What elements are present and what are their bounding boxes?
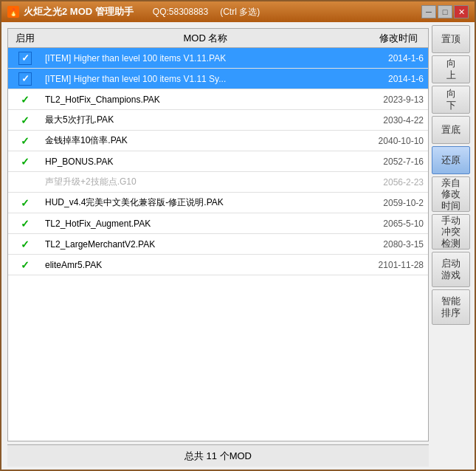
table-row[interactable]: ✓金钱掉率10倍率.PAK2040-10-10 [8, 131, 428, 151]
sidebar-button-2[interactable]: 向 下 [432, 86, 470, 114]
mod-time: 2056-2-23 [369, 177, 428, 188]
checkmark-icon: ✓ [21, 156, 30, 168]
window-controls: ─ □ ✕ [421, 5, 469, 18]
sidebar: 置顶向 上向 下置底还原亲自 修改 时间手动 冲突 检测启动 游戏智能 排序 [432, 22, 475, 470]
checkmark-icon: ✓ [21, 114, 30, 126]
ctrl-hint: (Ctrl 多选) [220, 6, 260, 18]
sidebar-button-3[interactable]: 置底 [432, 116, 470, 144]
col-time-header: 修改时间 [369, 32, 428, 45]
app-icon: 🔥 [7, 6, 19, 18]
mod-name: HP_BONUS.PAK [42, 157, 369, 167]
sidebar-button-0[interactable]: 置顶 [432, 25, 470, 53]
check-cell[interactable]: ✓ [8, 238, 42, 250]
col-enable-header: 启用 [8, 32, 42, 45]
sidebar-button-7[interactable]: 启动 游戏 [432, 252, 470, 287]
close-button[interactable]: ✕ [454, 5, 469, 18]
mod-name: 最大5次打孔.PAK [42, 114, 369, 126]
check-cell[interactable]: ✓ [8, 114, 42, 126]
col-name-header: MOD 名称 [42, 32, 369, 45]
footer: 总共 11 个MOD [7, 444, 429, 467]
maximize-button[interactable]: □ [438, 5, 452, 18]
table-row[interactable]: ✓TL2_LargeMerchantV2.PAK2080-3-15 [8, 234, 428, 255]
table-row[interactable]: ✓eliteAmr5.PAK2101-11-28 [8, 255, 428, 275]
table-row[interactable]: ✓HUD_v4.4完美中文美化兼容版-修正说明.PAK2059-10-2 [8, 193, 428, 213]
checkmark-icon: ✓ [21, 238, 30, 250]
checkmark-icon: ✓ [21, 135, 30, 147]
mod-name: TL2_HotFix_Champions.PAK [42, 94, 369, 105]
checkmark-icon: ✓ [21, 197, 30, 209]
list-body[interactable]: ✓[ITEM] Higher than level 100 items V1.1… [8, 48, 428, 441]
mod-name: 声望升级+2技能点.G10 [42, 176, 369, 188]
mod-name: 金钱掉率10倍率.PAK [42, 134, 369, 147]
qq-label: QQ:58308883 [153, 7, 208, 17]
table-row[interactable]: ✓[ITEM] Higher than level 100 items V1.1… [8, 48, 428, 69]
checkbox-checked[interactable]: ✓ [18, 72, 32, 86]
mod-name: [ITEM] Higher than level 100 items V1.11… [42, 74, 369, 84]
main-window: 🔥 火炬之光2 MOD 管理助手 QQ:58308883 (Ctrl 多选) ─… [0, 0, 476, 471]
checkbox-checked[interactable]: ✓ [18, 52, 32, 65]
table-row[interactable]: ✓TL2_HotFix_Champions.PAK2023-9-13 [8, 89, 428, 110]
mod-time: 2052-7-16 [369, 157, 428, 167]
checkmark-icon: ✓ [21, 259, 30, 271]
mod-time: 2059-10-2 [369, 198, 428, 208]
table-row[interactable]: ✓最大5次打孔.PAK2030-4-22 [8, 110, 428, 131]
mod-name: TL2_HotFix_Augment.PAK [42, 219, 369, 229]
mod-list: 启用 MOD 名称 修改时间 ✓[ITEM] Higher than level… [7, 28, 429, 441]
mod-time: 2101-11-28 [369, 260, 428, 270]
check-cell[interactable]: ✓ [8, 259, 42, 271]
check-cell[interactable]: ✓ [8, 218, 42, 230]
mod-time: 2030-4-22 [369, 115, 428, 126]
mod-time: 2065-5-10 [369, 219, 428, 229]
mod-name: TL2_LargeMerchantV2.PAK [42, 239, 369, 250]
table-row[interactable]: ✓[ITEM] Higher than level 100 items V1.1… [8, 69, 428, 89]
sidebar-button-4[interactable]: 还原 [432, 146, 470, 174]
table-row[interactable]: 声望升级+2技能点.G102056-2-23 [8, 172, 428, 193]
table-row[interactable]: ✓HP_BONUS.PAK2052-7-16 [8, 151, 428, 172]
title-bar-left: 🔥 火炬之光2 MOD 管理助手 QQ:58308883 (Ctrl 多选) [7, 5, 260, 18]
mod-time: 2014-1-6 [369, 53, 428, 63]
check-cell[interactable]: ✓ [8, 72, 42, 86]
check-cell[interactable]: ✓ [8, 52, 42, 65]
check-cell[interactable]: ✓ [8, 197, 42, 209]
mod-time: 2080-3-15 [369, 239, 428, 250]
list-header: 启用 MOD 名称 修改时间 [8, 29, 428, 48]
mod-name: HUD_v4.4完美中文美化兼容版-修正说明.PAK [42, 196, 369, 209]
app-title: 火炬之光2 MOD 管理助手 [24, 5, 134, 18]
main-content: 启用 MOD 名称 修改时间 ✓[ITEM] Higher than level… [1, 22, 475, 470]
mod-time: 2023-9-13 [369, 94, 428, 105]
mod-time: 2040-10-10 [369, 136, 428, 146]
sidebar-button-6[interactable]: 手动 冲突 检测 [432, 214, 470, 250]
sidebar-button-8[interactable]: 智能 排序 [432, 289, 470, 325]
mod-name: eliteAmr5.PAK [42, 260, 369, 270]
check-cell[interactable]: ✓ [8, 156, 42, 168]
minimize-button[interactable]: ─ [421, 5, 436, 18]
check-cell[interactable]: ✓ [8, 94, 42, 106]
mod-time: 2014-1-6 [369, 74, 428, 84]
check-cell[interactable]: ✓ [8, 135, 42, 147]
title-bar: 🔥 火炬之光2 MOD 管理助手 QQ:58308883 (Ctrl 多选) ─… [1, 1, 475, 22]
footer-text: 总共 11 个MOD [184, 450, 252, 463]
sidebar-button-1[interactable]: 向 上 [432, 55, 470, 83]
sidebar-button-5[interactable]: 亲自 修改 时间 [432, 176, 470, 212]
mod-name: [ITEM] Higher than level 100 items V1.11… [42, 53, 369, 63]
checkmark-icon: ✓ [21, 94, 30, 106]
checkmark-icon: ✓ [21, 218, 30, 230]
table-row[interactable]: ✓TL2_HotFix_Augment.PAK2065-5-10 [8, 213, 428, 234]
